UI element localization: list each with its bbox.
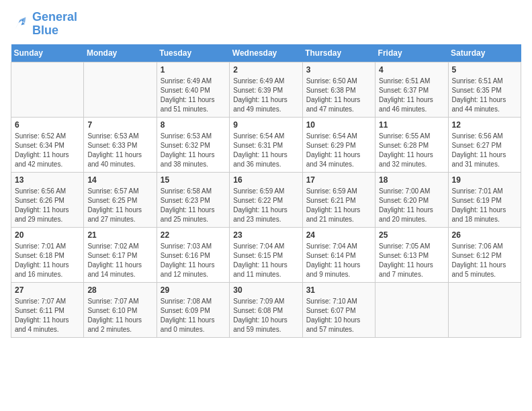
day-info: Sunrise: 6:57 AMSunset: 6:25 PMDaylight:… — [87, 187, 152, 224]
day-info: Sunrise: 6:58 AMSunset: 6:23 PMDaylight:… — [161, 187, 226, 224]
calendar-day: 22Sunrise: 7:03 AMSunset: 6:16 PMDayligh… — [157, 227, 229, 282]
day-info: Sunrise: 6:49 AMSunset: 6:39 PMDaylight:… — [233, 77, 298, 114]
calendar-day: 27Sunrise: 7:07 AMSunset: 6:11 PMDayligh… — [11, 282, 84, 337]
calendar-week-2: 6Sunrise: 6:52 AMSunset: 6:34 PMDaylight… — [11, 117, 521, 172]
calendar-day: 25Sunrise: 7:05 AMSunset: 6:13 PMDayligh… — [375, 227, 448, 282]
calendar-day: 9Sunrise: 6:54 AMSunset: 6:31 PMDaylight… — [230, 117, 302, 172]
calendar-day: 12Sunrise: 6:56 AMSunset: 6:27 PMDayligh… — [448, 117, 521, 172]
day-info: Sunrise: 6:51 AMSunset: 6:37 PMDaylight:… — [379, 77, 444, 114]
calendar-day: 17Sunrise: 6:59 AMSunset: 6:21 PMDayligh… — [302, 172, 375, 227]
logo-text: General Blue — [32, 11, 77, 38]
day-info: Sunrise: 6:59 AMSunset: 6:22 PMDaylight:… — [233, 187, 298, 224]
day-number: 2 — [233, 65, 298, 75]
day-info: Sunrise: 7:02 AMSunset: 6:17 PMDaylight:… — [87, 242, 152, 279]
day-info: Sunrise: 6:52 AMSunset: 6:34 PMDaylight:… — [15, 132, 80, 169]
logo-icon — [11, 15, 30, 34]
day-info: Sunrise: 7:10 AMSunset: 6:07 PMDaylight:… — [306, 297, 371, 334]
day-info: Sunrise: 6:56 AMSunset: 6:27 PMDaylight:… — [452, 132, 517, 169]
weekday-header-wednesday: Wednesday — [230, 44, 302, 62]
day-info: Sunrise: 7:04 AMSunset: 6:14 PMDaylight:… — [306, 242, 371, 279]
day-number: 31 — [306, 285, 371, 295]
day-number: 16 — [233, 175, 298, 185]
calendar-day — [84, 62, 157, 117]
day-info: Sunrise: 6:54 AMSunset: 6:31 PMDaylight:… — [233, 132, 298, 169]
weekday-header-sunday: Sunday — [11, 44, 84, 62]
calendar-day: 14Sunrise: 6:57 AMSunset: 6:25 PMDayligh… — [84, 172, 157, 227]
day-number: 20 — [15, 230, 80, 240]
day-info: Sunrise: 6:49 AMSunset: 6:40 PMDaylight:… — [161, 77, 226, 114]
calendar-day: 28Sunrise: 7:07 AMSunset: 6:10 PMDayligh… — [84, 282, 157, 337]
day-info: Sunrise: 6:53 AMSunset: 6:33 PMDaylight:… — [87, 132, 152, 169]
calendar-day: 31Sunrise: 7:10 AMSunset: 6:07 PMDayligh… — [302, 282, 375, 337]
day-number: 14 — [87, 175, 152, 185]
day-info: Sunrise: 7:05 AMSunset: 6:13 PMDaylight:… — [379, 242, 444, 279]
calendar-day: 26Sunrise: 7:06 AMSunset: 6:12 PMDayligh… — [448, 227, 521, 282]
day-info: Sunrise: 6:56 AMSunset: 6:26 PMDaylight:… — [15, 187, 80, 224]
day-info: Sunrise: 7:08 AMSunset: 6:09 PMDaylight:… — [161, 297, 226, 334]
calendar-day: 29Sunrise: 7:08 AMSunset: 6:09 PMDayligh… — [157, 282, 229, 337]
calendar-day: 16Sunrise: 6:59 AMSunset: 6:22 PMDayligh… — [230, 172, 302, 227]
calendar-week-3: 13Sunrise: 6:56 AMSunset: 6:26 PMDayligh… — [11, 172, 521, 227]
day-number: 13 — [15, 175, 80, 185]
calendar-table: SundayMondayTuesdayWednesdayThursdayFrid… — [11, 44, 521, 338]
day-number: 4 — [379, 65, 444, 75]
calendar-week-5: 27Sunrise: 7:07 AMSunset: 6:11 PMDayligh… — [11, 282, 521, 337]
day-info: Sunrise: 7:09 AMSunset: 6:08 PMDaylight:… — [233, 297, 298, 334]
calendar-day: 24Sunrise: 7:04 AMSunset: 6:14 PMDayligh… — [302, 227, 375, 282]
calendar-day — [11, 62, 84, 117]
day-info: Sunrise: 7:03 AMSunset: 6:16 PMDaylight:… — [161, 242, 226, 279]
day-info: Sunrise: 6:54 AMSunset: 6:29 PMDaylight:… — [306, 132, 371, 169]
day-info: Sunrise: 6:55 AMSunset: 6:28 PMDaylight:… — [379, 132, 444, 169]
weekday-header-friday: Friday — [375, 44, 448, 62]
day-number: 10 — [306, 120, 371, 130]
calendar-day: 6Sunrise: 6:52 AMSunset: 6:34 PMDaylight… — [11, 117, 84, 172]
day-number: 27 — [15, 285, 80, 295]
calendar-day: 13Sunrise: 6:56 AMSunset: 6:26 PMDayligh… — [11, 172, 84, 227]
day-number: 26 — [452, 230, 517, 240]
day-number: 25 — [379, 230, 444, 240]
calendar-day: 19Sunrise: 7:01 AMSunset: 6:19 PMDayligh… — [448, 172, 521, 227]
day-number: 11 — [379, 120, 444, 130]
calendar-week-1: 1Sunrise: 6:49 AMSunset: 6:40 PMDaylight… — [11, 62, 521, 117]
calendar-day — [448, 282, 521, 337]
calendar-day: 21Sunrise: 7:02 AMSunset: 6:17 PMDayligh… — [84, 227, 157, 282]
day-number: 17 — [306, 175, 371, 185]
day-info: Sunrise: 7:04 AMSunset: 6:15 PMDaylight:… — [233, 242, 298, 279]
day-number: 7 — [87, 120, 152, 130]
weekday-header-thursday: Thursday — [302, 44, 375, 62]
calendar-week-4: 20Sunrise: 7:01 AMSunset: 6:18 PMDayligh… — [11, 227, 521, 282]
day-info: Sunrise: 7:01 AMSunset: 6:18 PMDaylight:… — [15, 242, 80, 279]
day-info: Sunrise: 7:06 AMSunset: 6:12 PMDaylight:… — [452, 242, 517, 279]
calendar-day: 11Sunrise: 6:55 AMSunset: 6:28 PMDayligh… — [375, 117, 448, 172]
logo: General Blue — [11, 11, 77, 38]
day-number: 18 — [379, 175, 444, 185]
day-info: Sunrise: 7:01 AMSunset: 6:19 PMDaylight:… — [452, 187, 517, 224]
day-number: 3 — [306, 65, 371, 75]
calendar-day: 2Sunrise: 6:49 AMSunset: 6:39 PMDaylight… — [230, 62, 302, 117]
day-number: 6 — [15, 120, 80, 130]
day-number: 24 — [306, 230, 371, 240]
calendar-day: 3Sunrise: 6:50 AMSunset: 6:38 PMDaylight… — [302, 62, 375, 117]
day-number: 30 — [233, 285, 298, 295]
calendar-day: 30Sunrise: 7:09 AMSunset: 6:08 PMDayligh… — [230, 282, 302, 337]
day-number: 28 — [87, 285, 152, 295]
calendar-day: 4Sunrise: 6:51 AMSunset: 6:37 PMDaylight… — [375, 62, 448, 117]
day-number: 9 — [233, 120, 298, 130]
day-info: Sunrise: 7:07 AMSunset: 6:11 PMDaylight:… — [15, 297, 80, 334]
day-number: 23 — [233, 230, 298, 240]
day-number: 22 — [161, 230, 226, 240]
calendar-day: 15Sunrise: 6:58 AMSunset: 6:23 PMDayligh… — [157, 172, 229, 227]
calendar-day: 5Sunrise: 6:51 AMSunset: 6:35 PMDaylight… — [448, 62, 521, 117]
weekday-header-saturday: Saturday — [448, 44, 521, 62]
day-info: Sunrise: 6:51 AMSunset: 6:35 PMDaylight:… — [452, 77, 517, 114]
day-number: 5 — [452, 65, 517, 75]
day-number: 1 — [161, 65, 226, 75]
day-number: 19 — [452, 175, 517, 185]
calendar-day: 23Sunrise: 7:04 AMSunset: 6:15 PMDayligh… — [230, 227, 302, 282]
day-number: 21 — [87, 230, 152, 240]
day-info: Sunrise: 6:53 AMSunset: 6:32 PMDaylight:… — [161, 132, 226, 169]
day-info: Sunrise: 6:50 AMSunset: 6:38 PMDaylight:… — [306, 77, 371, 114]
calendar-day: 8Sunrise: 6:53 AMSunset: 6:32 PMDaylight… — [157, 117, 229, 172]
weekday-header-monday: Monday — [84, 44, 157, 62]
calendar-day — [375, 282, 448, 337]
